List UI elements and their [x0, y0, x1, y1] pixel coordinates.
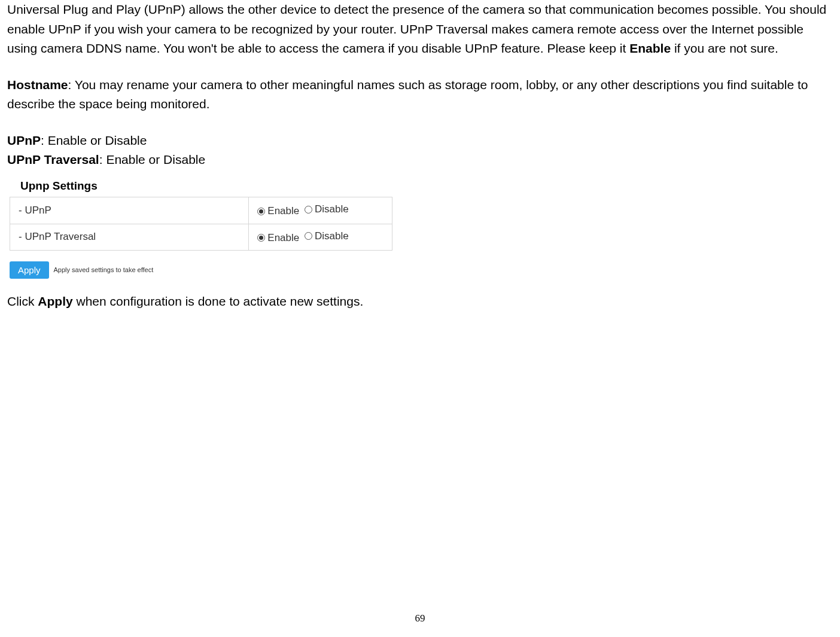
- upnp-label: UPnP: [7, 133, 41, 147]
- table-row: - UPnP Traversal Enable Disable: [10, 224, 392, 250]
- upnp-traversal-label: UPnP Traversal: [7, 153, 99, 166]
- upnp-traversal-text: : Enable or Disable: [99, 153, 205, 166]
- upnp-settings-panel: Upnp Settings - UPnP Enable Disable - UP…: [7, 173, 833, 279]
- radio-circle-icon: [305, 232, 312, 240]
- apply-button[interactable]: Apply: [10, 261, 49, 279]
- radio-disable-label: Disable: [315, 228, 349, 244]
- radio-upnp-traversal-enable[interactable]: Enable: [257, 230, 299, 246]
- upnp-text: : Enable or Disable: [41, 133, 147, 147]
- hostname-text: : You may rename your camera to other me…: [7, 78, 808, 111]
- radio-enable-label: Enable: [267, 203, 299, 219]
- row-controls: Enable Disable: [249, 197, 392, 224]
- radio-upnp-enable[interactable]: Enable: [257, 203, 299, 219]
- hostname-label: Hostname: [7, 78, 68, 92]
- radio-upnp-disable[interactable]: Disable: [305, 202, 349, 217]
- radio-dot-icon: [257, 208, 265, 215]
- radio-upnp-traversal-disable[interactable]: Disable: [305, 228, 349, 244]
- radio-dot-icon: [257, 234, 265, 242]
- upnp-line: UPnP: Enable or Disable: [7, 131, 833, 151]
- intro-text-b: if you are not sure.: [671, 41, 778, 55]
- row-label: - UPnP Traversal: [10, 224, 249, 250]
- row-label: - UPnP: [10, 197, 249, 224]
- radio-circle-icon: [305, 206, 312, 214]
- intro-bold-enable: Enable: [629, 41, 671, 55]
- closing-bold-apply: Apply: [38, 294, 72, 308]
- upnp-traversal-line: UPnP Traversal: Enable or Disable: [7, 150, 833, 170]
- table-row: - UPnP Enable Disable: [10, 197, 392, 224]
- row-controls: Enable Disable: [249, 224, 392, 250]
- closing-paragraph: Click Apply when configuration is done t…: [7, 292, 833, 312]
- radio-enable-label: Enable: [267, 230, 299, 246]
- apply-hint: Apply saved settings to take effect: [54, 265, 154, 275]
- closing-text-b: when configuration is done to activate n…: [73, 294, 364, 308]
- hostname-paragraph: Hostname: You may rename your camera to …: [7, 75, 833, 114]
- radio-disable-label: Disable: [315, 202, 349, 217]
- panel-title: Upnp Settings: [7, 173, 833, 197]
- settings-table: - UPnP Enable Disable - UPnP Traversal E…: [10, 197, 392, 251]
- apply-row: Apply Apply saved settings to take effec…: [10, 261, 833, 279]
- closing-text-a: Click: [7, 294, 38, 308]
- intro-paragraph: Universal Plug and Play (UPnP) allows th…: [7, 0, 833, 59]
